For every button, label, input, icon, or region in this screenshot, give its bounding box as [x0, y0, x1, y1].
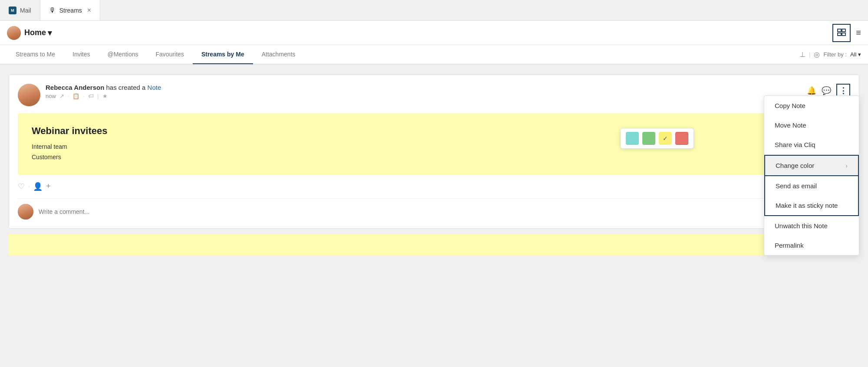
grid-icon	[837, 28, 846, 38]
filter-value[interactable]: All ▾	[850, 51, 861, 58]
tab-mail-label: Mail	[20, 7, 31, 14]
user-avatar-small	[7, 26, 21, 40]
card-time-row: now ↗ · 📋 · 🏷 | ★	[46, 93, 802, 99]
nav-tabs: Streams to Me Invites @Mentions Favourit…	[0, 45, 868, 64]
comment-section	[18, 198, 850, 220]
tab-favourites-label: Favourites	[156, 51, 184, 58]
mail-icon: M	[9, 7, 16, 14]
add-reaction-button[interactable]: +	[46, 182, 51, 191]
copy-note-label: Copy Note	[775, 102, 806, 109]
timestamp: now	[46, 93, 56, 99]
tab-invites[interactable]: Invites	[64, 45, 99, 64]
tab-streams-label: Streams	[59, 7, 82, 14]
svg-rect-1	[842, 29, 845, 32]
card-meta: Rebecca Anderson has created a Note now …	[46, 84, 802, 99]
unwatch-label: Unwatch this Note	[775, 222, 828, 229]
tab-mentions[interactable]: @Mentions	[99, 45, 147, 64]
color-green[interactable]	[642, 132, 655, 145]
header-left: Home ▾	[7, 26, 52, 40]
tab-streams-to-me-label: Streams to Me	[16, 51, 55, 58]
tag-icon[interactable]: 🏷	[88, 93, 94, 99]
note-link[interactable]: Note	[148, 84, 161, 91]
change-color-item[interactable]: Change color ›	[764, 155, 859, 176]
tab-streams-to-me[interactable]: Streams to Me	[7, 45, 64, 64]
filter-section: ⊥ | ◎ Filter by : All ▾	[799, 50, 861, 59]
hamburger-icon: ≡	[856, 28, 861, 37]
note-title: Webinar invitees	[32, 125, 836, 137]
tab-mail[interactable]: M Mail	[0, 0, 40, 20]
send-as-email-item[interactable]: Send as email	[764, 176, 859, 196]
close-tab-button[interactable]: ×	[87, 7, 91, 14]
svg-rect-3	[842, 33, 845, 36]
note-icon[interactable]: 📋	[72, 93, 79, 99]
tab-streams-by-me-label: Streams by Me	[201, 51, 244, 58]
comment-input[interactable]	[39, 208, 850, 215]
assign-button[interactable]: 👤	[33, 182, 43, 191]
user-name: Rebecca Anderson	[46, 84, 104, 91]
filter-label: Filter by :	[823, 51, 846, 58]
tab-streams-by-me[interactable]: Streams by Me	[193, 45, 253, 64]
copy-note-item[interactable]: Copy Note	[764, 96, 859, 115]
note-line-1: Internal team	[32, 142, 836, 152]
card-header: Rebecca Anderson has created a Note now …	[18, 84, 850, 106]
note-content: Webinar invitees Internal team Customers	[18, 113, 850, 175]
color-red[interactable]	[675, 132, 688, 145]
tab-attachments[interactable]: Attachments	[253, 45, 304, 64]
external-link-icon[interactable]: ↗	[59, 93, 64, 99]
tab-attachments-label: Attachments	[262, 51, 296, 58]
card-footer: ♡ · 👤 +	[18, 182, 850, 191]
three-dots-icon: ⋮	[839, 86, 847, 95]
main-content: Rebecca Anderson has created a Note now …	[0, 64, 868, 367]
filter-options-icon[interactable]: ◎	[814, 50, 820, 59]
chat-icon[interactable]: 💬	[822, 86, 831, 95]
color-teal[interactable]	[626, 132, 639, 145]
svg-rect-0	[838, 29, 841, 32]
tab-favourites[interactable]: Favourites	[147, 45, 193, 64]
note-body: Internal team Customers	[32, 142, 836, 163]
grid-view-button[interactable]	[832, 24, 851, 42]
card-action: has created a	[106, 84, 148, 91]
home-label: Home	[24, 28, 46, 37]
send-as-email-label: Send as email	[776, 182, 817, 190]
hamburger-menu-button[interactable]: ≡	[856, 28, 861, 38]
permalink-item[interactable]: Permalink	[764, 236, 859, 255]
change-color-label: Change color	[776, 162, 814, 169]
make-sticky-label: Make it as sticky note	[776, 202, 838, 209]
home-button[interactable]: Home ▾	[24, 28, 52, 38]
chevron-right-icon: ›	[845, 162, 848, 169]
divider: |	[809, 51, 810, 58]
streams-icon: 🎙	[49, 7, 56, 14]
tab-streams[interactable]: 🎙 Streams ×	[40, 0, 100, 20]
bottom-note-strip	[9, 234, 859, 256]
note-line-2: Customers	[32, 152, 836, 163]
permalink-label: Permalink	[775, 242, 804, 249]
card-title-row: Rebecca Anderson has created a Note	[46, 84, 802, 91]
commenter-avatar	[18, 204, 33, 220]
color-yellow[interactable]	[659, 132, 672, 145]
tab-bar: M Mail 🎙 Streams ×	[0, 0, 868, 21]
share-via-cliq-label: Share via Cliq	[775, 141, 815, 148]
star-icon[interactable]: ★	[102, 93, 108, 99]
share-via-cliq-item[interactable]: Share via Cliq	[764, 135, 859, 154]
unwatch-item[interactable]: Unwatch this Note	[764, 216, 859, 236]
alarm-icon[interactable]: 🔔	[807, 86, 816, 95]
like-button[interactable]: ♡	[18, 182, 25, 191]
move-note-label: Move Note	[775, 121, 806, 129]
dropdown-arrow: ▾	[48, 28, 52, 38]
tab-invites-label: Invites	[72, 51, 90, 58]
move-note-item[interactable]: Move Note	[764, 115, 859, 135]
svg-rect-2	[838, 33, 841, 36]
header-right: ≡	[832, 24, 861, 42]
make-sticky-item[interactable]: Make it as sticky note	[764, 196, 859, 216]
color-picker-popup	[620, 128, 694, 149]
card-user-avatar	[18, 84, 40, 106]
app-header: Home ▾ ≡	[0, 21, 868, 45]
dropdown-menu: Copy Note Move Note Share via Cliq Chang…	[764, 95, 859, 256]
tab-mentions-label: @Mentions	[108, 51, 138, 58]
stream-card: Rebecca Anderson has created a Note now …	[9, 75, 859, 229]
filter-icon[interactable]: ⊥	[799, 50, 806, 59]
